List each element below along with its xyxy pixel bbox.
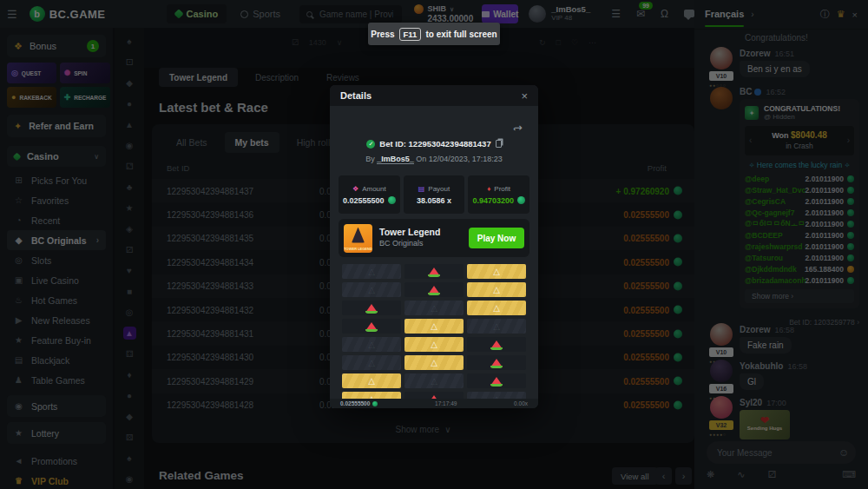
triangle-icon: △ <box>431 337 437 352</box>
modal-title: Details <box>340 90 521 101</box>
tower-cell: △ <box>342 373 401 388</box>
tower-cell: △ <box>342 319 401 334</box>
tower-cell: △ <box>342 282 401 297</box>
game-provider[interactable]: BC Originals <box>379 238 462 249</box>
bet-stats: ❖Amount 0.02555500 ▤Payout 38.0586 x ♦Pr… <box>339 175 529 214</box>
tower-cell: △ <box>467 301 526 315</box>
triangle-icon: △ <box>431 319 437 334</box>
round-time: 17:17:49 <box>378 400 514 406</box>
watermelon-icon <box>365 304 378 313</box>
bet-author-row: By _ImBos5_ On 12/04/2023, 17:18:23 <box>330 155 538 163</box>
tower-cell: △ <box>342 264 401 279</box>
tower-cell: △ <box>404 373 464 388</box>
player-link[interactable]: _ImBos5_ <box>377 155 414 164</box>
coin-icon <box>372 401 378 406</box>
game-footer-bar: 0.02555500 17:17:49 0.00x <box>330 399 538 408</box>
tower-cell: △ <box>404 355 464 370</box>
triangle-icon: △ <box>493 282 500 297</box>
close-icon[interactable]: × <box>521 89 528 102</box>
watermelon-icon <box>490 359 503 367</box>
triangle-icon: △ <box>493 301 500 315</box>
round-multiplier: 0.00x <box>514 400 528 406</box>
tower-cell: △ <box>467 337 526 352</box>
share-icon[interactable]: ↪ <box>513 122 523 135</box>
stat-payout: ▤Payout 38.0586 x <box>404 175 465 214</box>
tower-cell: △ <box>342 301 401 315</box>
amount-icon: ❖ <box>352 185 358 193</box>
triangle-icon: △ <box>493 264 500 279</box>
tower-cell: △ <box>467 355 526 370</box>
watermelon-icon <box>365 322 378 331</box>
bet-details-modal: Details × ↪ ✓ Bet ID: 122953042394881437… <box>330 85 538 408</box>
tower-cell: △ <box>404 337 464 352</box>
game-card: TOWER LEGEND Tower Legend BC Originals P… <box>339 219 529 257</box>
coin-icon <box>388 196 396 204</box>
tower-legend-grid: △ △ △ △ △ △ △ △ <box>342 264 526 406</box>
watermelon-icon <box>490 377 503 386</box>
triangle-icon: △ <box>493 319 500 334</box>
tower-cell: △ <box>342 337 401 352</box>
triangle-icon: △ <box>368 264 375 279</box>
watermelon-icon <box>490 340 503 349</box>
tower-cell: △ <box>467 373 526 388</box>
triangle-icon: △ <box>431 373 437 388</box>
modal-header: Details × <box>330 85 538 106</box>
tower-cell: △ <box>404 319 464 334</box>
triangle-icon: △ <box>431 355 437 370</box>
app-root: ☰ b BC.GAME Casino Sports SHIB ∨ <box>0 0 868 489</box>
play-now-button[interactable]: Play Now <box>469 228 524 248</box>
tower-cell: △ <box>404 301 464 315</box>
tower-cell: △ <box>404 282 464 297</box>
tower-cell: △ <box>467 282 526 297</box>
f11-key: F11 <box>399 28 422 41</box>
watermelon-icon <box>428 286 440 294</box>
stat-profit: ♦Profit 0.94703200 <box>468 175 529 214</box>
tower-cell: △ <box>467 319 526 334</box>
bet-id-row: ✓ Bet ID: 122953042394881437 <box>330 139 538 149</box>
game-title: Tower Legend <box>379 227 462 238</box>
triangle-icon: △ <box>431 301 437 315</box>
payout-icon: ▤ <box>418 185 425 193</box>
fullscreen-toast: Press F11 to exit full screen <box>368 23 500 45</box>
tower-cell: △ <box>467 264 526 279</box>
triangle-icon: △ <box>368 355 375 370</box>
watermelon-icon <box>428 268 440 276</box>
triangle-icon: △ <box>368 337 375 352</box>
verified-check-icon: ✓ <box>366 140 375 149</box>
tower-cell: △ <box>342 355 401 370</box>
profit-icon: ♦ <box>487 185 490 193</box>
copy-icon[interactable] <box>496 140 502 148</box>
stat-amount: ❖Amount 0.02555500 <box>339 175 400 214</box>
triangle-icon: △ <box>368 373 375 388</box>
coin-icon <box>517 196 525 204</box>
triangle-icon: △ <box>368 282 375 297</box>
tower-cell: △ <box>404 264 464 279</box>
game-thumbnail[interactable]: TOWER LEGEND <box>344 224 372 253</box>
